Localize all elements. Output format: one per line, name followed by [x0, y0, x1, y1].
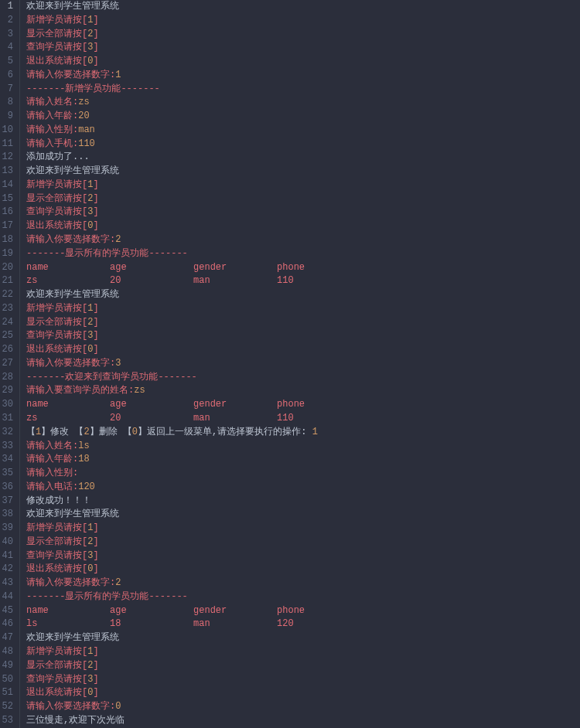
code-token: 欢迎来到学生管理系统: [26, 1, 119, 12]
code-line: 退出系统请按[0]: [26, 563, 580, 577]
code-token: ]: [93, 563, 98, 574]
line-number: 47: [0, 631, 13, 645]
code-token: ]: [93, 646, 98, 657]
code-token: 1: [115, 70, 121, 80]
code-token: 20: [78, 111, 89, 121]
code-line: 请输入你要选择数字:3: [26, 357, 580, 371]
code-line: 添加成功了...: [26, 151, 580, 165]
code-token: 新增学员请按[: [26, 646, 87, 657]
line-number: 28: [0, 371, 13, 385]
code-token: ]: [93, 674, 98, 685]
code-token: ]: [93, 220, 98, 231]
code-editor: 1234567891011121314151617181920212223242…: [0, 0, 580, 728]
line-number: 43: [0, 577, 13, 590]
code-token: 新增学员请按[: [26, 303, 87, 314]
code-line: 显示全部请按[2]: [26, 536, 580, 549]
code-token: ]: [93, 206, 98, 217]
line-number-gutter: 1234567891011121314151617181920212223242…: [0, 0, 20, 728]
code-line: 欢迎来到学生管理系统: [26, 288, 580, 302]
line-number: 53: [0, 714, 13, 728]
code-token: 110: [78, 138, 95, 149]
code-token: 三位慢走,欢迎下次光临: [26, 715, 125, 726]
code-token: 0: [132, 427, 138, 437]
code-line: 请输入性别:man: [26, 124, 580, 138]
code-line: 查询学员请按[3]: [26, 41, 580, 55]
line-number: 18: [0, 233, 13, 247]
code-token: 显示全部请按[: [26, 317, 87, 328]
code-token: zs: [78, 97, 89, 107]
line-number: 38: [0, 508, 13, 522]
code-line: 显示全部请按[2]: [26, 28, 580, 42]
code-line: 新增学员请按[1]: [26, 645, 580, 659]
line-number: 15: [0, 192, 13, 206]
code-token: name age gender phone: [26, 399, 305, 410]
code-line: 【1】修改 【2】删除 【0】返回上一级菜单,请选择要执行的操作: 1: [26, 426, 580, 440]
line-number: 22: [0, 288, 13, 302]
line-number: 27: [0, 357, 13, 371]
line-number: 32: [0, 426, 13, 440]
code-token: 】返回上一级菜单,请选择要执行的操作:: [138, 427, 312, 437]
code-token: 请输入性别:: [26, 124, 78, 135]
code-token: 查询学员请按[: [26, 674, 87, 685]
code-token: 【: [26, 427, 36, 437]
code-token: ]: [93, 317, 98, 328]
code-token: ]: [93, 330, 98, 341]
code-token: 查询学员请按[: [26, 42, 87, 53]
code-line: 新增学员请按[1]: [26, 302, 580, 316]
code-token: 欢迎来到学生管理系统: [26, 632, 119, 643]
code-line: 修改成功！！！: [26, 495, 580, 509]
line-number: 24: [0, 316, 13, 330]
code-token: 显示全部请按[: [26, 660, 87, 671]
code-token: 】删除 【: [90, 427, 132, 437]
code-line: -------欢迎来到查询学员功能-------: [26, 371, 580, 385]
code-token: 显示全部请按[: [26, 193, 87, 204]
code-token: 退出系统请按[: [26, 344, 87, 355]
line-number: 36: [0, 481, 13, 495]
code-token: ]: [93, 29, 98, 39]
code-token: ]: [93, 522, 98, 533]
line-number: 37: [0, 495, 13, 509]
code-content[interactable]: 欢迎来到学生管理系统新增学员请按[1]显示全部请按[2]查询学员请按[3]退出系…: [20, 0, 580, 728]
code-token: 新增学员请按[: [26, 15, 87, 26]
code-token: 0: [115, 701, 121, 712]
code-line: 退出系统请按[0]: [26, 219, 580, 233]
line-number: 40: [0, 536, 13, 549]
line-number: 39: [0, 522, 13, 536]
line-number: 11: [0, 138, 13, 151]
code-token: 2: [115, 234, 121, 245]
line-number: 5: [0, 55, 13, 69]
code-line: 显示全部请按[2]: [26, 192, 580, 206]
code-line: zs 20 man 110: [26, 412, 580, 426]
line-number: 10: [0, 124, 13, 138]
code-token: 退出系统请按[: [26, 687, 87, 698]
code-line: 新增学员请按[1]: [26, 522, 580, 536]
line-number: 31: [0, 412, 13, 426]
code-token: 添加成功了...: [26, 151, 90, 162]
line-number: 16: [0, 206, 13, 219]
code-token: 1: [312, 427, 318, 437]
code-line: 欢迎来到学生管理系统: [26, 165, 580, 179]
code-token: 18: [78, 454, 89, 464]
line-number: 12: [0, 151, 13, 165]
line-number: 50: [0, 673, 13, 687]
code-token: 请输入你要选择数字:: [26, 701, 115, 712]
code-token: 请输入要查询学员的姓名:: [26, 385, 134, 396]
code-line: name age gender phone: [26, 261, 580, 275]
code-token: ls 18 man 120: [26, 618, 294, 629]
code-token: 3: [115, 358, 121, 369]
code-token: 请输入手机:: [26, 138, 78, 149]
code-token: 2: [84, 427, 89, 437]
code-token: zs: [134, 385, 145, 396]
code-token: 查询学员请按[: [26, 330, 87, 341]
code-token: 查询学员请按[: [26, 550, 87, 561]
line-number: 26: [0, 343, 13, 357]
code-line: 请输入你要选择数字:0: [26, 700, 580, 714]
code-token: 请输入电话:: [26, 481, 78, 492]
code-token: name age gender phone: [26, 605, 305, 616]
line-number: 25: [0, 329, 13, 343]
line-number: 8: [0, 96, 13, 110]
code-line: 新增学员请按[1]: [26, 179, 580, 192]
code-line: zs 20 man 110: [26, 274, 580, 288]
code-line: 请输入电话:120: [26, 481, 580, 495]
code-token: ]: [93, 344, 98, 355]
